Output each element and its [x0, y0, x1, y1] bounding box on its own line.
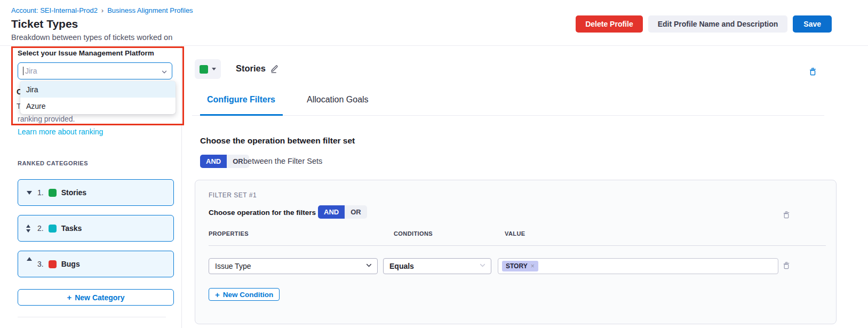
plus-icon: +	[67, 293, 71, 301]
category-label: Tasks	[61, 224, 82, 233]
page-subtitle: Breakdown between types of tickets worke…	[11, 33, 172, 42]
or-toggle[interactable]: OR	[345, 205, 367, 219]
category-label: Stories	[61, 188, 86, 197]
category-color-dot	[49, 225, 57, 233]
chevron-down-icon	[161, 68, 168, 77]
condition-select-value: Equals	[389, 262, 414, 270]
ranking-provided-text: ranking provided.	[18, 115, 75, 123]
delete-profile-button[interactable]: Delete Profile	[576, 15, 642, 33]
filter-set-card: FILTER SET #1 Choose operation for the f…	[195, 180, 837, 324]
breadcrumb-separator-icon: ›	[101, 6, 103, 14]
delete-category-trash-icon[interactable]	[808, 67, 817, 78]
category-card-stories[interactable]: 1. Stories	[18, 179, 174, 206]
chevron-down-icon	[479, 262, 486, 270]
learn-more-link[interactable]: Learn more about ranking	[18, 127, 103, 136]
active-tab-underline	[200, 114, 283, 116]
category-rank: 2.	[37, 224, 44, 233]
remove-tag-icon[interactable]: ×	[531, 262, 535, 270]
category-card-tasks[interactable]: 2. Tasks	[18, 215, 174, 242]
category-color-picker[interactable]	[195, 59, 221, 79]
new-condition-button[interactable]: + New Condition	[209, 288, 280, 301]
value-tag: STORY ×	[502, 261, 538, 271]
property-select[interactable]: Issue Type	[209, 258, 378, 274]
new-category-button[interactable]: + New Category	[18, 289, 174, 306]
and-toggle[interactable]: AND	[318, 205, 345, 219]
color-swatch	[200, 65, 208, 74]
plus-icon: +	[215, 291, 220, 299]
category-color-dot	[49, 260, 57, 268]
and-toggle[interactable]: AND	[200, 155, 227, 168]
property-select-value: Issue Type	[215, 262, 251, 270]
filter-sets-operator-toggle: AND OR	[200, 155, 249, 168]
page-title: Ticket Types	[11, 18, 78, 30]
new-condition-label: New Condition	[223, 291, 274, 299]
value-input[interactable]: STORY ×	[498, 258, 778, 274]
tab-configure-filters[interactable]: Configure Filters	[207, 95, 275, 105]
category-rank: 3.	[37, 260, 44, 268]
condition-select[interactable]: Equals	[383, 258, 491, 274]
filters-operator-toggle: AND OR	[318, 205, 367, 219]
save-button[interactable]: Save	[793, 15, 832, 33]
filters-operation-label: Choose operation for the filters	[209, 209, 316, 217]
header-actions: Delete Profile Edit Profile Name and Des…	[576, 15, 832, 33]
filter-set-title: FILTER SET #1	[209, 191, 257, 199]
sort-up-icon[interactable]	[26, 257, 33, 261]
tab-allocation-goals[interactable]: Allocation Goals	[307, 95, 369, 105]
header-divider	[0, 45, 868, 46]
column-header-value: VALUE	[505, 230, 525, 237]
columns-divider	[209, 245, 826, 246]
tabs-divider	[192, 115, 824, 116]
category-name-title: Stories	[236, 63, 266, 74]
sort-both-icon[interactable]	[26, 225, 33, 233]
column-header-conditions: CONDITIONS	[394, 230, 433, 237]
category-label: Bugs	[61, 260, 80, 268]
delete-filter-set-trash-icon[interactable]	[782, 211, 791, 221]
ranked-categories-heading: RANKED CATEGORIES	[18, 160, 88, 166]
sort-down-icon[interactable]	[26, 191, 33, 195]
edit-icon[interactable]	[270, 64, 279, 75]
text-cursor	[23, 67, 23, 75]
breadcrumb: Account: SEI-Internal-Prod2 › Business A…	[11, 6, 193, 14]
caret-down-icon	[212, 68, 216, 70]
sidebar-divider	[181, 46, 182, 328]
filter-operation-heading: Choose the operation between filter set	[200, 136, 355, 146]
chevron-down-icon	[365, 262, 372, 270]
new-category-label: New Category	[75, 293, 124, 302]
operator-caption: between the Filter Sets	[243, 157, 322, 165]
category-card-bugs[interactable]: 3. Bugs	[18, 251, 174, 277]
platform-select[interactable]	[18, 62, 172, 79]
platform-dropdown-menu: Jira Azure	[20, 81, 176, 114]
breadcrumb-profiles-link[interactable]: Business Alignment Profiles	[107, 6, 193, 14]
platform-select-input[interactable]	[18, 62, 172, 79]
value-tag-label: STORY	[506, 262, 528, 270]
edit-profile-button[interactable]: Edit Profile Name and Description	[648, 15, 788, 33]
breadcrumb-account-link[interactable]: Account: SEI-Internal-Prod2	[11, 6, 98, 14]
delete-condition-trash-icon[interactable]	[782, 261, 791, 272]
platform-select-label: Select your Issue Management Platform	[18, 49, 154, 57]
dropdown-option-azure[interactable]: Azure	[20, 98, 176, 114]
dropdown-option-jira[interactable]: Jira	[20, 81, 176, 98]
category-rank: 1.	[37, 188, 44, 197]
sidebar-bottom-divider	[18, 317, 166, 317]
column-header-properties: PROPERTIES	[209, 230, 249, 237]
category-color-dot	[49, 189, 57, 197]
